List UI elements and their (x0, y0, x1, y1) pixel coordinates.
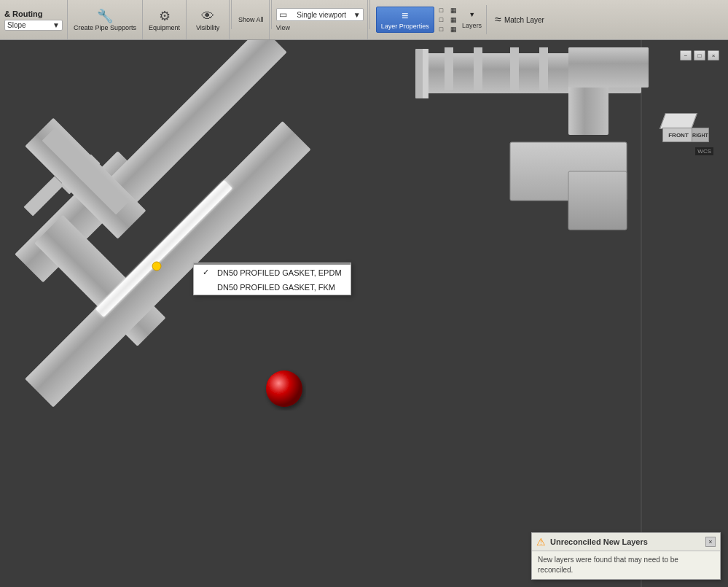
minimize-button[interactable]: − (680, 50, 692, 61)
notification-title: Unreconciled New Layers (550, 537, 701, 546)
notification-panel: ⚠ Unreconciled New Layers × New layers w… (531, 532, 721, 580)
layer-properties-icon: ≡ (402, 9, 408, 23)
svg-rect-8 (445, 47, 453, 90)
equipment-button[interactable]: ⚙ Equipment (146, 7, 183, 33)
wcs-label: WCS (695, 147, 713, 155)
pipe-supports-icon: 🔧 (97, 8, 113, 24)
svg-rect-11 (539, 47, 548, 90)
svg-point-25 (152, 262, 161, 271)
svg-rect-10 (510, 47, 519, 90)
notification-header: ⚠ Unreconciled New Layers × (532, 533, 720, 551)
close-button[interactable]: × (708, 50, 719, 61)
restore-button[interactable]: □ (694, 50, 705, 61)
toolbar: & Routing Slope ▼ 🔧 Create Pipe Supports… (0, 0, 728, 40)
layers-label: Layers (462, 22, 482, 29)
routing-label: & Routing (4, 9, 63, 18)
visibility-button[interactable]: 👁 Visibility (189, 7, 226, 33)
show-all-section: Show All (233, 0, 270, 39)
svg-rect-7 (568, 47, 649, 88)
layer-buttons-group-2: ▦ ▦ ▦ (448, 6, 459, 34)
layers-section: ≡ Layer Properties □ □ □ ▦ ▦ ▦ (372, 0, 552, 39)
svg-rect-13 (568, 171, 627, 230)
divider-1 (231, 0, 232, 29)
view-cube[interactable]: FRONT RIGHT WCS (655, 98, 713, 157)
divider-2 (271, 0, 272, 29)
layer-btn-3[interactable]: □ (437, 25, 445, 34)
layer-btn-6[interactable]: ▦ (448, 25, 459, 34)
scene-canvas (0, 40, 728, 587)
viewport-dropdown[interactable]: ▭ Single viewport ▼ (276, 8, 364, 21)
svg-rect-9 (474, 47, 482, 90)
window-controls: − □ × (680, 50, 719, 61)
cube-top-face[interactable] (659, 113, 697, 129)
divider-4 (486, 5, 487, 34)
equipment-label: Equipment (149, 24, 180, 31)
viewport-section: ▭ Single viewport ▼ View (273, 0, 368, 39)
match-layer-icon: ≈ (495, 13, 501, 26)
layer-properties-button[interactable]: ≡ Layer Properties (376, 7, 434, 33)
context-menu-item-fkm[interactable]: DN50 PROFILED GASKET, FKM (194, 280, 351, 295)
svg-rect-4 (423, 49, 428, 98)
check-mark-epdm: ✓ (203, 268, 213, 277)
equipment-icon: ⚙ (159, 8, 171, 24)
match-layer-button[interactable]: ≈ Match Layer (491, 12, 548, 28)
slope-dropdown[interactable]: Slope ▼ (4, 20, 63, 31)
context-menu: ✓ DN50 PROFILED GASKET, EPDM DN50 PROFIL… (193, 263, 351, 295)
notification-icon: ⚠ (536, 536, 546, 548)
equipment-section: ⚙ Equipment (143, 0, 187, 39)
notification-body: New layers were found that may need to b… (532, 551, 720, 579)
layer-btn-4[interactable]: ▦ (448, 6, 459, 15)
layer-btn-1[interactable]: □ (437, 6, 445, 15)
pipe-supports-label: Create Pipe Supports (74, 24, 136, 31)
visibility-section: 👁 Visibility (187, 0, 230, 39)
create-pipe-supports-button[interactable]: 🔧 Create Pipe Supports (71, 7, 139, 33)
routing-section: & Routing Slope ▼ (0, 0, 68, 39)
viewport: − □ × (0, 40, 728, 587)
pipe-supports-section: 🔧 Create Pipe Supports (68, 0, 143, 39)
cube-right-face[interactable]: RIGHT (692, 128, 709, 142)
layer-buttons-group: □ □ □ (437, 6, 445, 34)
visibility-icon: 👁 (201, 9, 214, 24)
visibility-label: Visibility (196, 24, 219, 31)
layers-dropdown-btn[interactable]: ▼ (466, 10, 477, 19)
svg-point-26 (266, 370, 302, 407)
viewport-icon: ▭ (279, 9, 287, 20)
show-all-button[interactable]: Show All (236, 15, 266, 24)
divider-3 (369, 0, 370, 29)
context-menu-item-epdm[interactable]: ✓ DN50 PROFILED GASKET, EPDM (194, 265, 351, 280)
cube-front-face[interactable]: FRONT (662, 128, 694, 142)
notification-close-button[interactable]: × (705, 537, 716, 547)
view-label: View (276, 24, 364, 31)
layer-btn-5[interactable]: ▦ (448, 15, 459, 24)
layer-btn-2[interactable]: □ (437, 15, 445, 24)
